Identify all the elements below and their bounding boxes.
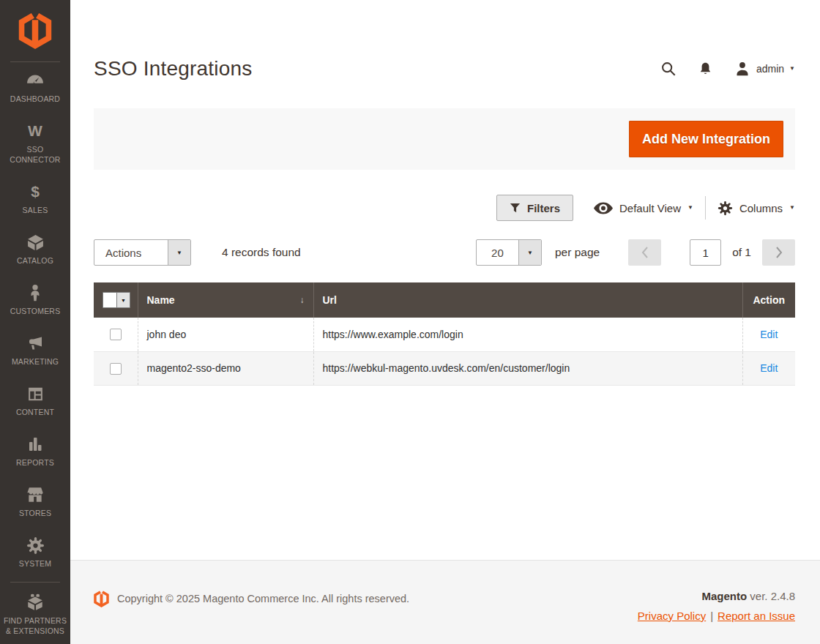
table-header-row: ▼ Name ↓ Url Action: [94, 282, 795, 318]
sidebar-divider: [10, 582, 60, 583]
chevron-down-icon: ▼: [117, 293, 130, 307]
footer-version-group: Magento ver. 2.4.8 Privacy Policy|Report…: [638, 590, 795, 622]
cell-name: magento2-sso-demo: [138, 351, 313, 385]
sidebar-item-label: SYSTEM: [19, 558, 51, 569]
sidebar-item-customers[interactable]: CUSTOMERS: [0, 274, 70, 325]
current-page-input[interactable]: [690, 239, 721, 266]
sidebar-item-label: STORES: [19, 508, 51, 518]
select-all-checkbox[interactable]: [103, 293, 117, 307]
edit-link[interactable]: Edit: [760, 362, 778, 374]
grid-toolbar: Filters Default View ▼ Columns ▼: [94, 195, 795, 221]
add-new-integration-button[interactable]: Add New Integration: [629, 121, 783, 157]
sidebar-item-label: CUSTOMERS: [10, 306, 61, 316]
user-avatar-icon: [734, 61, 750, 77]
chevron-down-icon: ▼: [168, 240, 190, 265]
sidebar-item-dashboard[interactable]: DASHBOARD: [0, 62, 70, 113]
sidebar-item-sso-connector[interactable]: W SSO CONNECTOR: [0, 113, 70, 173]
sidebar-item-catalog[interactable]: CATALOG: [0, 224, 70, 274]
chevron-down-icon: ▼: [518, 240, 541, 265]
sidebar-item-sales[interactable]: $ SALES: [0, 173, 70, 224]
sidebar-item-label: CATALOG: [17, 255, 53, 266]
link-separator: |: [710, 610, 713, 622]
page-actions-bar: Add New Integration: [94, 108, 795, 170]
per-page-label: per page: [555, 246, 600, 259]
cell-name: john deo: [138, 318, 313, 351]
default-view-dropdown[interactable]: Default View ▼: [594, 202, 693, 214]
admin-username: admin: [756, 63, 784, 75]
funnel-icon: [510, 203, 521, 214]
per-page-value: 20: [477, 240, 518, 265]
chevron-down-icon: ▼: [789, 66, 795, 72]
records-found-label: 4 records found: [222, 246, 301, 259]
main-content: SSO Integrations admin ▼ Add New Integra…: [70, 0, 820, 644]
report-issue-link[interactable]: Report an Issue: [718, 610, 795, 622]
sidebar-item-label: FIND PARTNERS & EXTENSIONS: [1, 615, 69, 636]
version-line: Magento ver. 2.4.8: [638, 590, 795, 602]
page-header: SSO Integrations admin ▼: [94, 57, 795, 80]
actions-select-value: Actions: [94, 240, 168, 265]
total-pages-label: of 1: [732, 246, 751, 259]
privacy-policy-link[interactable]: Privacy Policy: [638, 610, 706, 622]
admin-footer: Copyright © 2025 Magento Commerce Inc. A…: [70, 560, 820, 644]
next-page-button[interactable]: [762, 239, 795, 266]
lego-brick-icon: [26, 593, 45, 612]
sidebar-item-label: SSO CONNECTOR: [1, 144, 69, 165]
per-page-select[interactable]: 20 ▼: [476, 239, 542, 266]
version-number: ver. 2.4.8: [747, 590, 795, 602]
page-title: SSO Integrations: [94, 57, 252, 80]
chevron-left-icon: [641, 247, 649, 258]
gear-icon: [718, 201, 733, 216]
previous-page-button[interactable]: [628, 239, 661, 266]
edit-link[interactable]: Edit: [760, 329, 778, 340]
toolbar-divider: [705, 196, 706, 220]
filters-button[interactable]: Filters: [496, 195, 573, 221]
table-row: john deo https://www.example.com/login E…: [94, 318, 795, 351]
dollar-icon: $: [31, 182, 40, 201]
actions-select[interactable]: Actions ▼: [94, 239, 191, 266]
sidebar-item-system[interactable]: SYSTEM: [0, 527, 70, 577]
search-icon[interactable]: [660, 61, 676, 77]
filters-label: Filters: [527, 202, 560, 214]
grid-controls-bar: Actions ▼ 4 records found 20 ▼ per page …: [94, 239, 795, 266]
megaphone-icon: [26, 334, 45, 353]
sidebar-item-label: MARKETING: [12, 356, 59, 367]
default-view-label: Default View: [619, 202, 681, 214]
magento-logo[interactable]: [18, 11, 52, 52]
person-icon: [27, 283, 43, 302]
footer-copyright-group: Copyright © 2025 Magento Commerce Inc. A…: [94, 590, 409, 607]
chevron-down-icon: ▼: [789, 205, 795, 211]
sidebar-item-stores[interactable]: STORES: [0, 476, 70, 527]
storefront-icon: [26, 485, 45, 504]
chevron-down-icon: ▼: [687, 205, 693, 211]
sidebar-item-reports[interactable]: REPORTS: [0, 426, 70, 476]
columns-dropdown[interactable]: Columns ▼: [718, 201, 795, 216]
eye-icon: [594, 202, 613, 214]
column-header-action: Action: [742, 282, 795, 318]
chevron-right-icon: [775, 247, 783, 258]
row-checkbox[interactable]: [110, 329, 122, 340]
column-header-url[interactable]: Url: [313, 282, 742, 318]
webkul-w-icon: W: [28, 121, 42, 141]
row-checkbox[interactable]: [110, 363, 122, 375]
sidebar-item-label: SALES: [23, 205, 48, 215]
admin-sidebar: DASHBOARD W SSO CONNECTOR $ SALES CATALO…: [0, 0, 70, 644]
header-actions: admin ▼: [660, 61, 795, 77]
notifications-bell-icon[interactable]: [698, 61, 712, 77]
admin-menu[interactable]: admin ▼: [734, 61, 795, 77]
sidebar-item-marketing[interactable]: MARKETING: [0, 325, 70, 375]
layout-window-icon: [26, 384, 45, 403]
select-all-checkbox-dropdown[interactable]: ▼: [102, 292, 130, 308]
sidebar-item-label: REPORTS: [16, 457, 54, 468]
table-row: magento2-sso-demo https://webkul-magento…: [94, 351, 795, 385]
magento-logo-icon: [18, 11, 52, 49]
pagination: 20 ▼ per page of 1: [476, 239, 795, 266]
sidebar-item-content[interactable]: CONTENT: [0, 375, 70, 426]
sidebar-item-find-partners[interactable]: FIND PARTNERS & EXTENSIONS: [0, 584, 70, 644]
cell-url: https://webkul-magento.uvdesk.com/en/cus…: [313, 351, 742, 385]
cell-url: https://www.example.com/login: [313, 318, 742, 351]
gear-icon: [26, 536, 45, 555]
bar-chart-icon: [26, 435, 44, 454]
sort-descending-icon: ↓: [300, 295, 305, 305]
columns-label: Columns: [739, 202, 783, 214]
column-header-name[interactable]: Name ↓: [138, 282, 313, 318]
